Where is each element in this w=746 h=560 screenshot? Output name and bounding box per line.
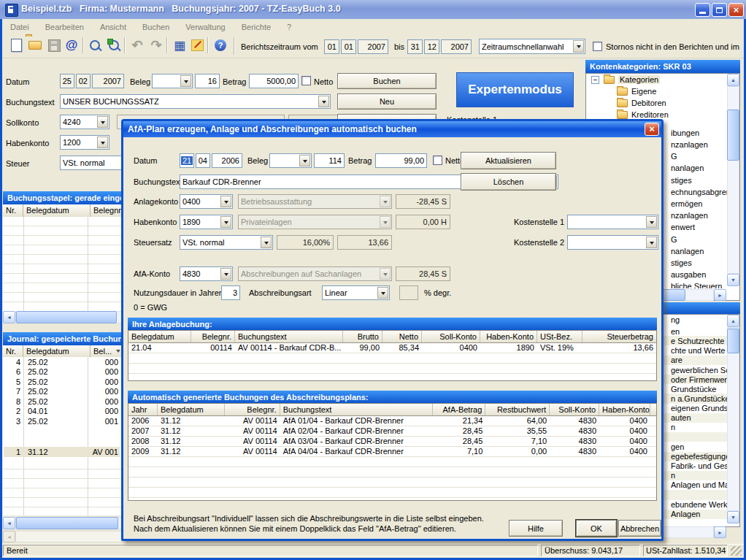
edit-note-icon[interactable] [188, 37, 206, 54]
tree-item-debitoren[interactable]: Debitoren [631, 99, 666, 107]
konten-item-fragment[interactable]: ebundene Werkz [671, 500, 731, 509]
tree-expand-box[interactable] [591, 76, 599, 84]
neu-button[interactable]: Neu [337, 93, 437, 110]
konten-item-fragment[interactable]: n [671, 471, 675, 480]
tree-item-fragment[interactable]: G [671, 235, 677, 244]
tree-item-fragment[interactable]: nanlagen [671, 164, 704, 172]
konten-item-fragment[interactable]: auten [671, 413, 691, 422]
konten-item-fragment[interactable]: egebefestigunge [671, 452, 730, 461]
stornos-checkbox[interactable] [593, 42, 602, 51]
journal-row-selected[interactable]: 131.12AV 001 [4, 447, 120, 457]
beleg-combo[interactable] [152, 74, 193, 88]
tree-item-kreditoren[interactable]: Kreditoren [631, 110, 669, 119]
abschreibungsart-combo[interactable]: Linear [322, 285, 390, 300]
period-quick-select[interactable]: Zeitraumschnellanwahl [479, 39, 585, 54]
chevron-down-icon[interactable] [97, 137, 108, 148]
kostenstelle1-combo[interactable] [567, 215, 658, 229]
hilfe-button[interactable]: Hilfe [509, 520, 563, 537]
chevron-down-icon[interactable] [573, 40, 584, 53]
menu-ansicht[interactable]: Ansicht [92, 23, 134, 31]
konten-item-fragment[interactable]: n a.Grundstücke [671, 394, 730, 403]
period-to-day[interactable]: 31 [407, 39, 423, 54]
scroll-left-button[interactable]: ◄ [3, 311, 15, 323]
period-from-day[interactable]: 01 [324, 39, 339, 54]
tree-item-fragment[interactable]: bliche Steuern [671, 282, 722, 288]
scroll-down-button[interactable]: ▼ [727, 511, 739, 523]
open-file-icon[interactable] [26, 37, 44, 54]
email-icon[interactable]: @ [63, 37, 80, 54]
journal-row[interactable]: 725.02000 [4, 387, 120, 396]
table-row[interactable]: 21.04 00114 AV 00114 - Barkauf CDR-B... … [128, 343, 656, 353]
konten-item-fragment[interactable]: Fabrik- und Gesc [671, 461, 732, 470]
resize-grip[interactable] [731, 546, 742, 556]
konten-item-fragment[interactable]: gen [671, 442, 684, 451]
scroll-right-button[interactable]: ► [714, 526, 726, 538]
tree-item-fragment[interactable]: G [671, 152, 677, 161]
scroll-left-button-disabled[interactable]: ◄ [3, 531, 15, 542]
stapel-grid[interactable] [3, 217, 122, 311]
konten-item-fragment[interactable]: chte und Werte [671, 346, 725, 355]
steuer-combo[interactable]: VSt. normal [60, 156, 123, 170]
menu-buchen[interactable]: Buchen [134, 23, 177, 31]
konten-item-fragment[interactable]: Grundstücke [671, 385, 716, 394]
help-icon[interactable]: ? [212, 37, 229, 54]
scrollbar-thumb[interactable] [727, 110, 739, 161]
scroll-up-button[interactable]: ▲ [727, 74, 739, 86]
dlg-betrag-field[interactable]: 99,00 [375, 153, 427, 168]
period-from-year[interactable]: 2007 [358, 39, 388, 54]
period-to-year[interactable]: 2007 [441, 39, 472, 54]
menu-verwaltung[interactable]: Verwaltung [177, 23, 233, 31]
chevron-down-icon[interactable] [220, 196, 231, 207]
tree-item-fragment[interactable]: stiges [671, 176, 692, 185]
konten-item-fragment[interactable]: oder Firmenwert [671, 375, 729, 384]
chevron-down-icon[interactable] [646, 237, 657, 248]
tree-item-fragment[interactable]: ausgaben [671, 270, 706, 279]
dlg-datum-year[interactable]: 2006 [212, 153, 242, 168]
betrag-field[interactable]: 5000,00 [249, 74, 299, 88]
chevron-down-icon[interactable] [299, 155, 310, 166]
scroll-left-button[interactable]: ◄ [3, 517, 15, 529]
chevron-down-icon[interactable] [377, 287, 388, 299]
scrollbar-track[interactable] [727, 327, 739, 511]
dlg-beleg-nr[interactable]: 114 [314, 153, 345, 168]
konten-item-fragment[interactable]: eigenen Grundst [671, 404, 730, 413]
chevron-down-icon[interactable] [180, 75, 191, 87]
buchungstext-combo[interactable]: UNSER BUCHUNGSSATZ [60, 94, 331, 109]
search-replace-icon[interactable] [105, 37, 123, 54]
sollkonto-combo[interactable]: 4240 [60, 115, 109, 129]
konten-item-fragment[interactable]: n [671, 423, 675, 431]
scrollbar-thumb-h[interactable] [16, 311, 117, 323]
new-file-icon[interactable] [7, 37, 25, 54]
scrollbar-track-h[interactable] [15, 531, 122, 542]
chevron-down-icon[interactable] [318, 96, 329, 107]
habenkonto-combo[interactable]: 1200 [60, 135, 109, 150]
table-row[interactable]: 2008 31.12 AV 00114 AfA 03/04 - Barkauf … [128, 437, 656, 447]
scrollbar-thumb-h[interactable] [16, 517, 118, 529]
menu-bearbeiten[interactable]: Bearbeiten [37, 23, 92, 31]
buchen-button[interactable]: Buchen [337, 73, 437, 89]
scroll-right-button[interactable]: ► [714, 289, 726, 301]
dlg-beleg-combo[interactable] [269, 153, 312, 168]
journal-row[interactable]: 525.02000 [4, 377, 120, 386]
beleg-nr-field[interactable]: 16 [195, 74, 220, 88]
scrollbar-thumb-h[interactable] [661, 289, 685, 301]
menu-datei[interactable]: Datei [2, 23, 37, 31]
col-belegdatum[interactable]: Belegdatum [23, 345, 91, 357]
calculator-icon[interactable]: ▦ [171, 37, 188, 54]
nutzungsdauer-field[interactable]: 3 [221, 285, 240, 300]
loeschen-button[interactable]: Löschen [461, 173, 556, 191]
table-row[interactable]: 2006 31.12 AV 00114 AfA 01/04 - Barkauf … [128, 416, 656, 426]
konten-item-fragment[interactable]: gewerblichen Sc [671, 366, 730, 375]
titlebar[interactable]: Beispiel.tzb Firma: Mustermann Buchungsj… [0, 0, 746, 20]
konten-item-fragment[interactable]: are [671, 356, 682, 364]
journal-row[interactable]: 825.02000 [4, 397, 120, 406]
dlg-steuersatz-combo[interactable]: VSt. normal [180, 235, 273, 250]
menu-hilfe[interactable]: ? [279, 23, 299, 31]
period-to-month[interactable]: 12 [424, 39, 439, 54]
table-row[interactable]: 2007 31.12 AV 00114 AfA 02/04 - Barkauf … [128, 426, 656, 437]
tree-item-fragment[interactable]: nzanlagen [671, 211, 708, 220]
tree-item-fragment[interactable]: nanlagen [671, 247, 704, 256]
konten-item-fragment[interactable]: en [671, 327, 680, 336]
close-button[interactable]: × [728, 3, 744, 17]
dlg-datum-month[interactable]: 04 [196, 153, 210, 168]
